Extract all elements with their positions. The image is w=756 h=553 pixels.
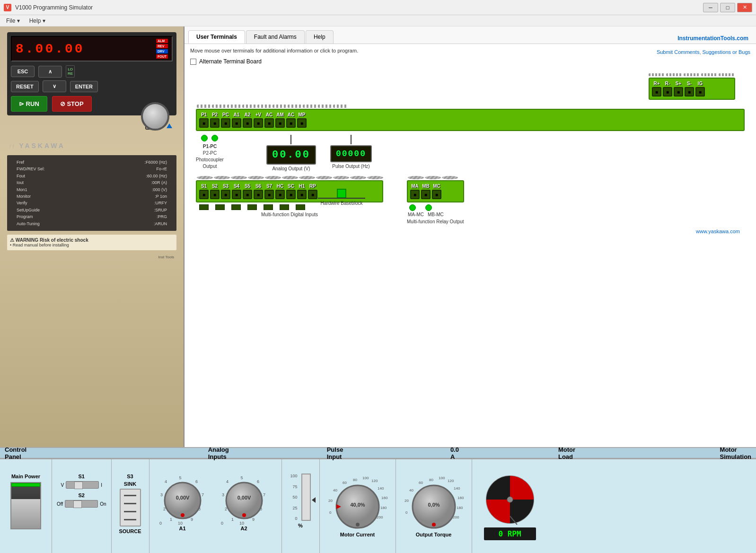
svg-point-32	[242, 513, 246, 517]
terminal-s5[interactable]: S5	[243, 184, 252, 199]
terminal-ma[interactable]: MA	[410, 184, 420, 199]
svg-text:0: 0	[221, 521, 223, 526]
svg-text:5: 5	[240, 475, 243, 480]
enter-button[interactable]: ENTER	[70, 81, 98, 92]
terminal-p2[interactable]: P2	[210, 112, 220, 128]
hardwire-lines	[318, 198, 365, 199]
motor-current-label: Motor Current	[340, 532, 375, 537]
terminal-rminus[interactable]: R-	[663, 81, 672, 97]
terminal-area: R+ R- S+ S-	[190, 70, 750, 450]
relay-screws-top	[407, 176, 464, 179]
alt-terminal-checkbox[interactable]	[190, 59, 196, 65]
esc-button[interactable]: ESC	[11, 66, 35, 77]
terminal-am[interactable]: AM	[275, 112, 285, 128]
svg-text:4: 4	[226, 479, 228, 484]
tab-user-terminals[interactable]: User Terminals	[188, 30, 245, 44]
tab-help[interactable]: Help	[306, 30, 334, 44]
s3-label: S3	[127, 474, 133, 479]
terminal-s6[interactable]: S6	[254, 184, 263, 199]
svg-point-30	[226, 483, 262, 518]
rev-indicator: REV	[156, 44, 168, 48]
a1-label[interactable]: A1	[179, 526, 185, 531]
motor-current-gauge: 0 20 40 60 80 100 120 140 160 180 200	[325, 474, 391, 532]
terminal-mb[interactable]: MB	[421, 184, 431, 199]
run-button[interactable]: ⊳ RUN	[11, 96, 47, 112]
lo-re-button[interactable]: LO RE	[66, 65, 75, 78]
pulse-output-section: 00000 Pulse Output (Hz)	[330, 135, 372, 169]
terminal-s4[interactable]: S4	[232, 184, 241, 199]
s2-slider-row: Off On	[57, 500, 106, 508]
svg-text:1: 1	[231, 517, 234, 522]
maximize-button[interactable]: □	[720, 3, 735, 12]
close-button[interactable]: ✕	[737, 3, 752, 12]
yaskawa-link[interactable]: www.yaskawa.com	[696, 228, 740, 234]
down-button[interactable]: ∨	[43, 80, 66, 92]
terminal-pc[interactable]: PC	[221, 112, 230, 128]
rpm-display: 0 RPM	[484, 527, 536, 540]
svg-text:9: 9	[252, 517, 255, 522]
terminal-s1[interactable]: S1	[199, 184, 209, 199]
s3-switch[interactable]	[120, 489, 141, 527]
reset-button[interactable]: RESET	[11, 81, 39, 92]
control-panel-titles: Control Panel Analog Inputs Pulse Input …	[0, 447, 756, 458]
output-torque-svg: 0 20 40 60 80 100 120 140 160 180 200	[401, 474, 467, 530]
terminal-p1[interactable]: P1	[199, 112, 209, 128]
s1-v-label: V	[61, 483, 64, 488]
stop-button[interactable]: ⊘ STOP	[52, 96, 92, 112]
main-area: 8.00.00 ALM REV DRV FOUT ESC ∧ LO RE RES…	[0, 26, 756, 458]
main-terminal-block: P1 P2 PC A1 A2 +V AC AM AC MP	[196, 109, 745, 131]
s2-slider[interactable]	[65, 500, 98, 508]
s2-off-label: Off	[57, 501, 63, 507]
terminal-sc[interactable]: SC	[286, 184, 296, 199]
pulse-label: %	[298, 523, 303, 528]
terminal-splus[interactable]: S+	[674, 81, 683, 97]
rs485-section: R+ R- S+ S-	[196, 73, 735, 100]
a2-label[interactable]: A2	[240, 526, 247, 531]
website-link[interactable]: InstrumentationTools.com	[674, 33, 752, 44]
terminal-hc[interactable]: HC	[275, 184, 285, 199]
terminal-a2[interactable]: A2	[243, 112, 252, 128]
main-power-switch[interactable]	[10, 482, 41, 529]
main-terminals-section: P1 P2 PC A1 A2 +V AC AM AC MP	[196, 105, 745, 131]
menu-file[interactable]: File ▾	[2, 16, 24, 26]
s2-label: S2	[79, 492, 85, 498]
brand-label: // YASKAWA	[0, 138, 184, 153]
s1-slider[interactable]	[66, 481, 99, 489]
inst-tools-label: Inst Tools	[0, 254, 184, 260]
svg-text:7: 7	[263, 492, 265, 497]
tab-hint: Move mouse over terminals for additional…	[190, 48, 358, 53]
submit-link[interactable]: Submit Comments, Suggestions or Bugs	[657, 49, 750, 55]
terminal-rplus[interactable]: R+	[652, 81, 661, 97]
svg-text:40: 40	[333, 488, 337, 492]
terminal-mc[interactable]: MC	[432, 184, 441, 199]
terminal-ac2[interactable]: AC	[286, 112, 296, 128]
terminal-ig[interactable]: IG	[695, 81, 705, 97]
pulse-bar[interactable]	[301, 474, 311, 521]
svg-text:120: 120	[448, 479, 454, 483]
up-button[interactable]: ∧	[38, 66, 62, 78]
terminal-ac1[interactable]: AC	[264, 112, 274, 128]
terminal-vplus[interactable]: +V	[254, 112, 263, 128]
vfd-digits: 8.00.00	[16, 42, 85, 56]
terminal-a1[interactable]: A1	[232, 112, 241, 128]
svg-text:6: 6	[257, 479, 259, 484]
warning-label: ⚠ WARNING Risk of electric shock • Read …	[7, 235, 176, 250]
menu-help[interactable]: Help ▾	[25, 16, 50, 26]
terminal-s7[interactable]: S7	[264, 184, 274, 199]
display-indicators: ALM REV DRV FOUT	[156, 39, 168, 59]
svg-text:120: 120	[371, 479, 378, 483]
terminal-s2[interactable]: S2	[210, 184, 220, 199]
tab-bar: User Terminals Fault and Alarms Help Ins…	[185, 26, 756, 44]
s1-i-label: I	[101, 483, 102, 488]
terminal-sminus[interactable]: S-	[685, 81, 694, 97]
terminal-mp[interactable]: MP	[297, 112, 307, 128]
svg-text:20: 20	[404, 499, 409, 503]
terminal-s3[interactable]: S3	[221, 184, 230, 199]
minimize-button[interactable]: ─	[703, 3, 718, 12]
tab-fault-alarms[interactable]: Fault and Alarms	[246, 30, 305, 44]
svg-text:4: 4	[164, 479, 167, 484]
pulse-wire	[351, 135, 352, 144]
svg-text:180: 180	[457, 506, 463, 510]
cp-title: Control Panel	[5, 446, 28, 460]
photocoupler-section: P1-PCP2-PCPhotocouplerOutput	[196, 135, 224, 170]
